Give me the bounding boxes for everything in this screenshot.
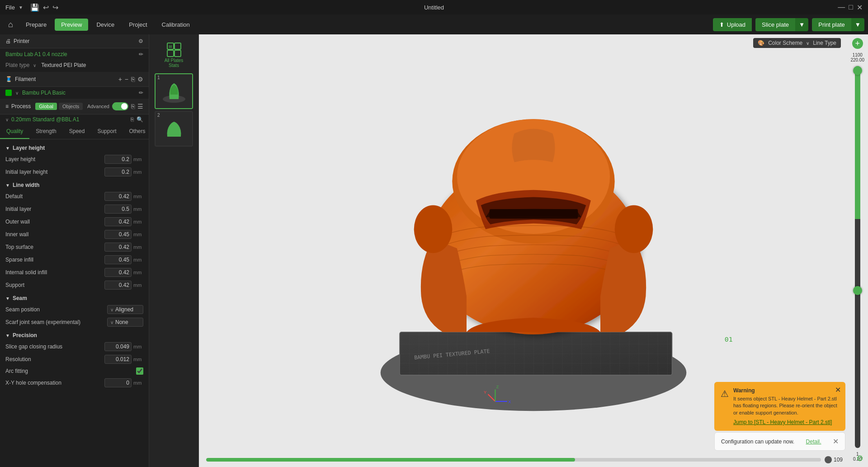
calibration-tab[interactable]: Calibration xyxy=(156,19,196,31)
print-plate-button[interactable]: Print plate xyxy=(812,18,851,31)
print-dropdown-button[interactable]: ▼ xyxy=(851,18,864,31)
maximize-button[interactable]: □ xyxy=(849,3,853,12)
initial-layer-height-input[interactable] xyxy=(104,167,132,176)
filament-remove-button[interactable]: − xyxy=(125,76,128,83)
default-input[interactable] xyxy=(104,192,132,201)
seam-position-dropdown[interactable]: ∨ Aligned xyxy=(107,305,143,314)
printer-name[interactable]: Bambu Lab A1 0.4 nozzle xyxy=(5,51,67,57)
printer-edit-icon[interactable]: ✏ xyxy=(139,51,143,57)
profile-copy-icon[interactable]: ⎘ xyxy=(131,116,134,123)
advanced-toggle[interactable] xyxy=(112,102,128,110)
chevron-down-icon[interactable]: ▼ xyxy=(19,5,23,10)
viewport[interactable]: 🎨 Color Scheme ∨ Line Type xyxy=(199,34,868,467)
save-icon[interactable]: 💾 xyxy=(30,3,39,12)
plate-thumb-1[interactable]: 1 xyxy=(155,73,193,109)
global-tab[interactable]: Global xyxy=(35,103,57,110)
slice-dropdown-button[interactable]: ▼ xyxy=(795,18,808,31)
config-detail-link[interactable]: Detail. xyxy=(806,438,821,445)
settings-icon[interactable]: ⚙ xyxy=(856,453,863,463)
device-tab[interactable]: Device xyxy=(90,19,121,31)
upload-button[interactable]: ⬆ Upload xyxy=(713,18,752,31)
internal-solid-input[interactable] xyxy=(104,268,132,277)
quality-tab-strength[interactable]: Strength xyxy=(29,124,62,139)
close-button[interactable]: ✕ xyxy=(857,3,863,12)
prepare-tab[interactable]: Prepare xyxy=(19,19,53,31)
svg-text:Z: Z xyxy=(496,384,499,389)
arc-fitting-checkbox[interactable] xyxy=(136,367,143,375)
group-collapse-icon[interactable]: ▼ xyxy=(5,146,10,151)
upload-btn-group: ⬆ Upload xyxy=(713,18,752,31)
warning-notification: ⚠ Warning It seems object STL - Heavy He… xyxy=(714,382,845,431)
quality-tab-quality[interactable]: Quality xyxy=(0,124,29,139)
titlebar-left: File ▼ 💾 ↩ ↪ xyxy=(5,3,58,12)
quality-tab-speed[interactable]: Speed xyxy=(63,124,91,139)
filament-section-header: 🧵 Filament + − ⎘ ⚙ xyxy=(0,72,149,87)
support-input[interactable] xyxy=(104,281,132,290)
plate-thumb-2[interactable]: 2 xyxy=(155,111,193,147)
layer-slider-bottom-handle[interactable] xyxy=(853,286,862,295)
seam-chevron-icon: ∨ xyxy=(110,307,113,312)
objects-tab[interactable]: Objects xyxy=(59,103,83,110)
filament-edit-icon[interactable]: ✏ xyxy=(139,90,143,96)
scarf-joint-dropdown[interactable]: ∨ None xyxy=(107,318,143,327)
resolution-input[interactable] xyxy=(104,355,132,364)
internal-solid-row: Internal solid infill mm xyxy=(0,266,149,279)
bottom-progress-bar-area: 109 xyxy=(199,456,850,463)
printer-section-header: 🖨 Printer ⚙ xyxy=(0,34,149,48)
undo-icon[interactable]: ↩ xyxy=(43,3,49,12)
layer-height-input[interactable] xyxy=(104,155,132,164)
redo-icon[interactable]: ↪ xyxy=(52,3,58,12)
xy-hole-input[interactable] xyxy=(104,378,132,387)
presets-icon[interactable]: ☰ xyxy=(137,103,143,110)
compare-icon[interactable]: ⎘ xyxy=(131,103,135,110)
profile-search-icon[interactable]: 🔍 xyxy=(137,116,143,123)
home-button[interactable]: ⌂ xyxy=(4,18,18,31)
precision-group-header: ▼ Precision xyxy=(0,329,149,340)
layer-height-row: Layer height mm xyxy=(0,153,149,166)
line-width-collapse-icon[interactable]: ▼ xyxy=(5,183,10,188)
plate-type-value[interactable]: ∨ Textured PEI Plate xyxy=(33,62,90,68)
project-tab[interactable]: Project xyxy=(123,19,153,31)
layer-slider-track[interactable] xyxy=(855,66,860,448)
top-surface-input[interactable] xyxy=(104,243,132,252)
config-close-button[interactable]: ✕ xyxy=(833,437,839,446)
layer-progress-bar[interactable] xyxy=(206,458,821,462)
filament-title: 🧵 Filament xyxy=(5,76,36,82)
warning-link[interactable]: Jump to [STL - Heavy Helmet - Part 2.stl… xyxy=(733,419,839,425)
sparse-infill-input[interactable] xyxy=(104,255,132,264)
inner-wall-input[interactable] xyxy=(104,230,132,239)
profile-name[interactable]: 0.20mm Standard @BBL A1 xyxy=(11,116,128,123)
scarf-joint-row: Scarf joint seam (experimental) ∨ None xyxy=(0,316,149,329)
warning-close-button[interactable]: ✕ xyxy=(835,386,841,394)
outer-wall-input[interactable] xyxy=(104,217,132,226)
minimize-button[interactable]: — xyxy=(838,3,845,12)
svg-point-16 xyxy=(615,205,653,253)
quality-tab-others[interactable]: Others xyxy=(123,124,149,139)
initial-layer-width-row: Initial layer mm xyxy=(0,203,149,215)
slice-gap-row: Slice gap closing radius mm xyxy=(0,340,149,353)
preview-tab[interactable]: Preview xyxy=(55,19,88,31)
process-title: ≡ Process xyxy=(5,103,31,110)
slice-gap-input[interactable] xyxy=(104,342,132,351)
printer-settings-icon[interactable]: ⚙ xyxy=(138,38,143,44)
zoom-in-button[interactable]: + xyxy=(852,38,863,49)
layer-slider-top-handle[interactable] xyxy=(853,66,862,75)
printer-icon: 🖨 xyxy=(5,38,11,44)
precision-collapse-icon[interactable]: ▼ xyxy=(5,333,10,338)
filament-copy-button[interactable]: ⎘ xyxy=(131,76,135,83)
seam-collapse-icon[interactable]: ▼ xyxy=(5,296,10,301)
sidebar: 🖨 Printer ⚙ Bambu Lab A1 0.4 nozzle ✏ Pl… xyxy=(0,34,149,467)
initial-layer-width-input[interactable] xyxy=(104,205,132,214)
chevron-icon: ∨ xyxy=(33,63,38,68)
slice-plate-button[interactable]: Slice plate xyxy=(755,18,795,31)
support-row: Support mm xyxy=(0,279,149,291)
filament-name[interactable]: Bambu PLA Basic xyxy=(22,90,135,96)
warning-content: ⚠ Warning It seems object STL - Heavy He… xyxy=(721,387,839,425)
filament-settings-button[interactable]: ⚙ xyxy=(137,76,143,83)
all-plates-button[interactable]: ▤ All Plates Stats xyxy=(161,38,187,71)
sparse-infill-row: Sparse infill mm xyxy=(0,253,149,266)
warning-message: It seems object STL - Heavy Helmet - Par… xyxy=(733,396,839,416)
filament-add-button[interactable]: + xyxy=(118,76,122,83)
quality-tab-support[interactable]: Support xyxy=(91,124,123,139)
file-menu[interactable]: File xyxy=(5,4,15,11)
